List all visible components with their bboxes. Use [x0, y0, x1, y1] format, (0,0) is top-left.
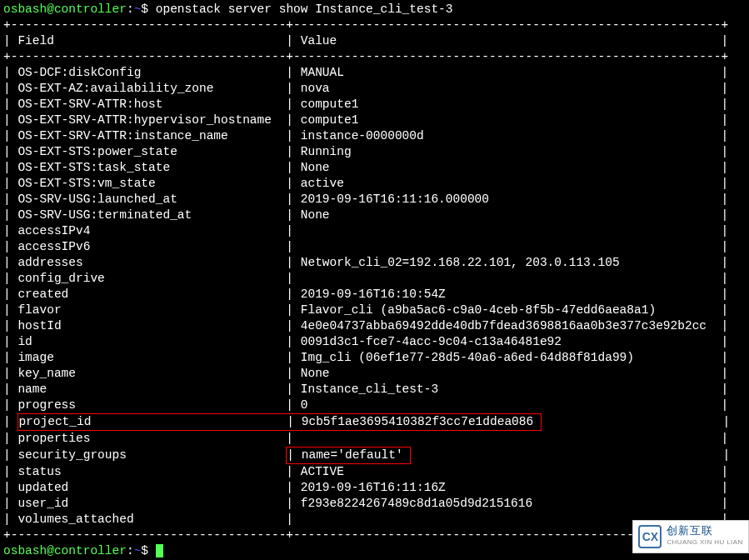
watermark-badge: CX 创新互联 CHUANG XIN HU LIAN: [632, 520, 749, 553]
table-row: | config_drive | |: [3, 271, 746, 287]
table-row: | OS-EXT-SRV-ATTR:hypervisor_hostname | …: [3, 112, 746, 128]
table-row: | OS-EXT-STS:vm_state | active |: [3, 176, 746, 192]
table-row: | accessIPv6 | |: [3, 239, 746, 255]
table-row: | updated | 2019-09-16T16:11:16Z |: [3, 480, 746, 496]
highlight-security-group: | name='default': [286, 447, 411, 464]
badge-logo-icon: CX: [638, 525, 662, 548]
table-row: | OS-EXT-STS:task_state | None |: [3, 160, 746, 176]
table-row: | id | 0091d3c1-fce7-4acc-9c04-c13a46481…: [3, 334, 746, 350]
table-row: | name | Instance_cli_test-3 |: [3, 382, 746, 398]
cursor-icon: [156, 544, 163, 558]
badge-en-text: CHUANG XIN HU LIAN: [667, 537, 742, 548]
table-row: | OS-EXT-SRV-ATTR:host | compute1 |: [3, 97, 746, 112]
separator-line: +--------------------------------------+…: [3, 49, 746, 65]
command-text: openstack server show Instance_cli_test-…: [156, 2, 453, 16]
terminal-output: osbash@controller:~$ openstack server sh…: [3, 2, 746, 559]
table-header-row: | Field | Value |: [3, 33, 746, 49]
table-row: | hostId | 4e0e04737abba69492dde40db7fde…: [3, 318, 746, 334]
table-row: | OS-EXT-AZ:availability_zone | nova |: [3, 81, 746, 97]
table-row: | project_id | 9cb5f1ae3695410382f3cc7e1…: [3, 413, 746, 431]
table-row: | user_id | f293e8224267489c8d1a05d9d215…: [3, 496, 746, 512]
table-row: | accessIPv4 | |: [3, 223, 746, 239]
separator-line: +--------------------------------------+…: [3, 18, 746, 33]
table-row: | created | 2019-09-16T16:10:54Z |: [3, 287, 746, 302]
table-row: | flavor | Flavor_cli (a9ba5ac6-c9a0-4ce…: [3, 302, 746, 318]
prompt-line-1: osbash@controller:~$ openstack server sh…: [3, 2, 746, 18]
table-row: | OS-EXT-SRV-ATTR:instance_name | instan…: [3, 128, 746, 144]
table-row: | status | ACTIVE |: [3, 464, 746, 480]
table-row: | security_groups | name='default' |: [3, 447, 746, 464]
table-row: | properties | |: [3, 431, 746, 447]
user-host: osbash@controller: [3, 2, 127, 16]
table-row: | OS-SRV-USG:terminated_at | None |: [3, 208, 746, 223]
table-row: | progress | 0 |: [3, 398, 746, 413]
table-row: | addresses | Network_cli_02=192.168.22.…: [3, 255, 746, 271]
highlight-project-id: project_id | 9cb5f1ae3695410382f3cc7e1dd…: [17, 413, 542, 431]
badge-cn-text: 创新互联: [667, 525, 742, 537]
table-row: | OS-EXT-STS:power_state | Running |: [3, 144, 746, 160]
table-row: | key_name | None |: [3, 366, 746, 382]
output-table: +--------------------------------------+…: [3, 18, 746, 543]
table-row: | image | Img_cli (06ef1e77-28d5-40a6-a6…: [3, 350, 746, 366]
table-row: | OS-SRV-USG:launched_at | 2019-09-16T16…: [3, 192, 746, 208]
table-row: | OS-DCF:diskConfig | MANUAL |: [3, 65, 746, 81]
